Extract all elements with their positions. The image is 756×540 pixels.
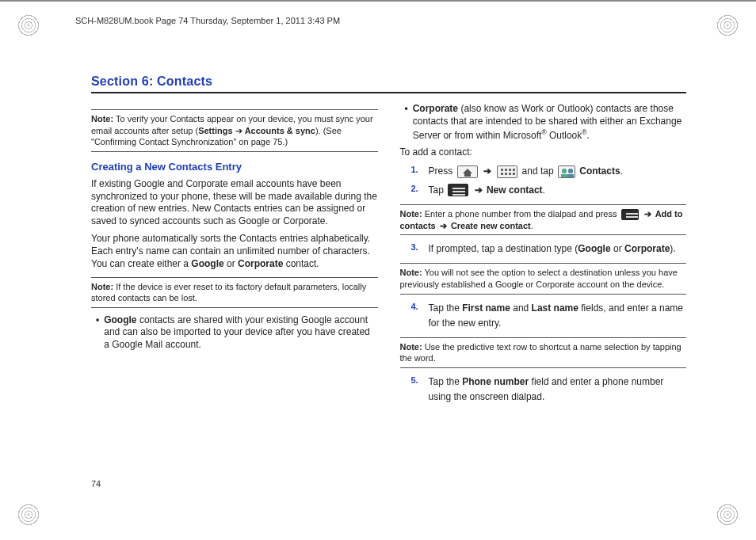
note-block: Note: Use the predictive text row to sho… — [400, 337, 687, 368]
step-number: 2. — [411, 183, 422, 195]
step-text: Press ➔ and tap Contacts. — [429, 164, 687, 179]
bold: Google — [578, 243, 610, 254]
note-text: If the device is ever reset to its facto… — [91, 282, 366, 303]
note-label: Note: — [400, 268, 422, 277]
text: Press — [429, 165, 456, 177]
step-list: 1. Press ➔ and tap Contacts. 2. — [411, 164, 687, 197]
section-title: Section 6: Contacts — [91, 74, 686, 93]
step-list: 4. Tap the First name and Last name fiel… — [411, 301, 687, 331]
subheading: Creating a New Contacts Entry — [91, 160, 378, 173]
menu-icon — [621, 209, 639, 220]
step-item: 1. Press ➔ and tap Contacts. — [411, 164, 687, 179]
step-item: 2. Tap ➔ New contact. — [411, 183, 687, 198]
page: SCH-M828UM.book Page 74 Thursday, Septem… — [0, 0, 756, 540]
note-block: Note: Enter a phone number from the dial… — [400, 204, 687, 236]
paragraph: Your phone automatically sorts the Conta… — [91, 233, 378, 270]
bullet-dot-icon: • — [96, 314, 99, 352]
step-number: 4. — [411, 301, 422, 313]
note-label: Note: — [400, 209, 422, 219]
note-text: You will not see the option to select a … — [400, 268, 678, 289]
note-block: Note: To verify your Contacts appear on … — [91, 109, 378, 152]
note-label: Note: — [91, 282, 113, 291]
text: . — [531, 221, 533, 230]
note-label: Note: — [400, 342, 422, 352]
bullet-text: Google contacts are shared with your exi… — [104, 314, 377, 352]
step-number: 1. — [411, 164, 422, 176]
step-number: 5. — [411, 375, 422, 386]
bold: Contacts — [579, 165, 620, 177]
apps-grid-icon — [497, 165, 517, 178]
paragraph: To add a contact: — [400, 146, 687, 159]
text: and — [510, 302, 532, 314]
text: Tap — [429, 184, 447, 196]
home-icon — [457, 165, 478, 178]
crop-ornament-icon — [17, 14, 40, 36]
step-text: Tap the First name and Last name fields,… — [429, 301, 687, 331]
crop-ornament-icon — [716, 504, 739, 526]
bold: Google — [104, 314, 136, 325]
bullet-item: • Corporate (also know as Work or Outloo… — [405, 103, 687, 142]
step-text: Tap ➔ New contact. — [429, 183, 687, 198]
bold: Phone number — [462, 376, 529, 387]
text: Tap the — [429, 376, 463, 387]
text: ). — [670, 243, 675, 254]
note-text: Use the predictive text row to shortcut … — [400, 342, 682, 363]
step-number: 3. — [411, 241, 422, 253]
bold: Last name — [532, 302, 578, 314]
right-column: • Corporate (also know as Work or Outloo… — [400, 103, 687, 408]
header-meta: SCH-M828UM.book Page 74 Thursday, Septem… — [75, 16, 340, 25]
note-label: Note: — [91, 114, 113, 124]
crop-ornament-icon — [17, 504, 40, 526]
text: If prompted, tap a destination type ( — [429, 243, 578, 254]
step-item: 5. Tap the Phone number field and enter … — [411, 375, 687, 405]
contacts-icon — [558, 165, 575, 178]
bold: Corporate — [624, 243, 670, 254]
arrow-icon: ➔ — [440, 221, 449, 230]
bold: First name — [462, 302, 510, 314]
columns: Note: To verify your Contacts appear on … — [91, 103, 686, 408]
text: Tap the — [429, 302, 463, 314]
arrow-icon: ➔ — [475, 184, 485, 196]
text: . — [620, 165, 623, 177]
crop-ornament-icon — [716, 14, 739, 36]
step-item: 3. If prompted, tap a destination type (… — [411, 241, 687, 257]
step-list: 3. If prompted, tap a destination type (… — [411, 241, 687, 257]
note-text: Enter a phone number from the dialpad an… — [425, 209, 620, 219]
bold: Corporate — [413, 103, 458, 114]
note-block: Note: If the device is ever reset to its… — [91, 277, 378, 308]
arrow-icon: ➔ — [644, 209, 654, 219]
bold: Settings — [198, 126, 232, 135]
bold: New contact — [487, 184, 543, 196]
page-number: 74 — [91, 479, 101, 489]
bullet-dot-icon: • — [405, 103, 408, 142]
bold: Accounts & sync — [245, 126, 315, 135]
step-text: If prompted, tap a destination type (Goo… — [429, 241, 687, 257]
text: contacts are shared with your existing G… — [104, 314, 370, 351]
text: or — [224, 258, 238, 269]
step-list: 5. Tap the Phone number field and enter … — [411, 375, 687, 405]
arrow: ➔ — [233, 126, 245, 135]
left-column: Note: To verify your Contacts appear on … — [91, 103, 378, 408]
bold: Corporate — [238, 258, 283, 269]
bullet-text: Corporate (also know as Work or Outlook)… — [413, 103, 686, 142]
bold: Google — [191, 258, 223, 269]
bullet-item: • Google contacts are shared with your e… — [96, 314, 378, 352]
text: . — [586, 130, 589, 141]
text: and tap — [522, 165, 556, 177]
paragraph: If existing Google and Corporate email a… — [91, 178, 378, 228]
bold: Create new contact — [451, 221, 531, 230]
text: Outlook — [547, 130, 582, 141]
text: . — [543, 184, 545, 196]
note-block: Note: You will not see the option to sel… — [400, 263, 687, 294]
arrow-icon: ➔ — [483, 165, 494, 177]
menu-icon — [448, 184, 468, 196]
step-text: Tap the Phone number field and enter a p… — [429, 375, 687, 405]
text: contact. — [283, 258, 319, 269]
step-item: 4. Tap the First name and Last name fiel… — [411, 301, 687, 331]
text: or — [611, 243, 624, 254]
crop-line — [0, 1, 756, 2]
content-area: Section 6: Contacts Note: To verify your… — [91, 74, 686, 489]
